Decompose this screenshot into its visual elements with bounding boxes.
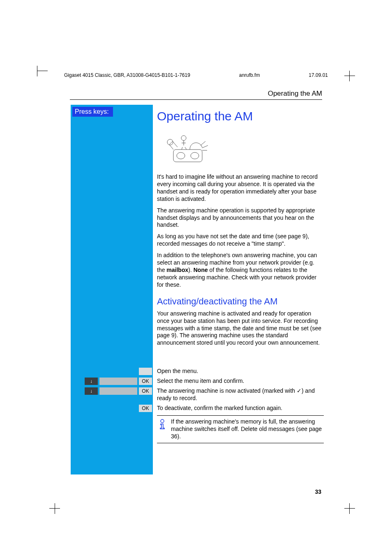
- svg-rect-0: [173, 150, 202, 162]
- down-arrow-chip: ↓: [85, 387, 98, 395]
- step-text: To deactivate, confirm the marked functi…: [157, 405, 321, 412]
- running-head: Operating the AM: [268, 90, 322, 98]
- svg-point-2: [191, 152, 199, 159]
- header-left: Gigaset 4015 Classic, GBR, A31008-G4015-…: [64, 72, 190, 78]
- down-arrow-chip: ↓: [85, 378, 98, 385]
- text: ).: [188, 267, 193, 273]
- paragraph: It's hard to imagine life without an ans…: [157, 173, 321, 203]
- crop-mark: [49, 503, 60, 514]
- note-box: If the answering machine's memory is ful…: [157, 415, 324, 443]
- step-row: OK To deactivate, confirm the marked fun…: [90, 405, 321, 412]
- page-title: Operating the AM: [157, 109, 321, 123]
- paragraph: In addition to the telephone's own answe…: [157, 252, 321, 289]
- paragraph: The answering machine operation is suppo…: [157, 207, 321, 229]
- press-keys-label: Press keys:: [72, 107, 113, 117]
- svg-point-5: [161, 419, 164, 423]
- note-text: If the answering machine's memory is ful…: [171, 418, 322, 440]
- crop-mark: [37, 71, 48, 82]
- steps-block: Open the menu. ↓ OK Select the menu item…: [90, 368, 321, 443]
- ok-chip: OK: [139, 387, 152, 395]
- svg-point-3: [167, 139, 173, 145]
- check-icon: ✓: [297, 387, 302, 394]
- step-keys: ↓ OK: [90, 387, 157, 395]
- blank-chip: [99, 387, 137, 395]
- ok-chip: OK: [139, 378, 152, 385]
- step-keys: ↓ OK: [90, 378, 157, 385]
- section-heading: Activating/deactivating the AM: [157, 296, 321, 307]
- text-bold: mailbox: [166, 267, 188, 273]
- text-bold: None: [194, 267, 208, 273]
- menu-key-chip: [139, 368, 152, 375]
- main-content: Operating the AM It's hard to imagine li…: [157, 106, 321, 351]
- info-icon: [159, 418, 166, 440]
- ok-chip: OK: [139, 405, 152, 412]
- paragraph: As long as you have not set the date and…: [157, 233, 321, 248]
- illustration-answering-machine: [161, 129, 210, 166]
- step-keys: [90, 368, 157, 375]
- svg-point-4: [181, 136, 186, 140]
- blank-chip: [99, 378, 137, 385]
- paragraph: Your answering machine is activated and …: [157, 310, 321, 347]
- header-center: anrufb.fm: [239, 72, 260, 78]
- step-row: Open the menu.: [90, 368, 321, 375]
- step-text: Open the menu.: [157, 368, 321, 375]
- step-text: The answering machine is now activated (…: [157, 387, 321, 402]
- running-head-rule: [70, 99, 322, 100]
- step-row: ↓ OK The answering machine is now activa…: [90, 387, 321, 402]
- crop-mark: [344, 71, 355, 81]
- header-right: 17.09.01: [309, 72, 328, 78]
- step-keys: OK: [90, 405, 157, 412]
- svg-point-1: [177, 152, 185, 159]
- print-header: Gigaset 4015 Classic, GBR, A31008-G4015-…: [64, 72, 328, 78]
- step-text: Select the menu item and confirm.: [157, 378, 321, 385]
- page-number: 33: [315, 488, 321, 495]
- text: The answering machine is now activated (…: [157, 387, 297, 394]
- crop-mark: [344, 503, 355, 514]
- step-row: ↓ OK Select the menu item and confirm.: [90, 378, 321, 385]
